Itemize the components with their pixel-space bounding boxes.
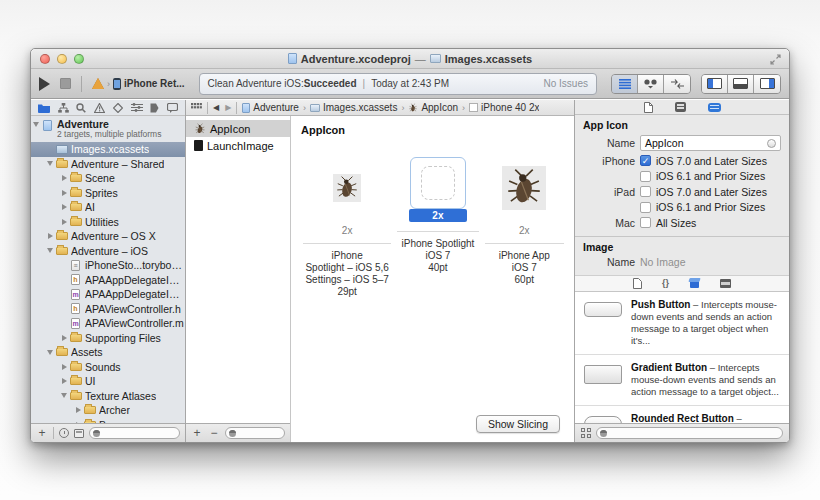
tree-item-assets[interactable]: Assets xyxy=(31,345,185,360)
tree-item-utilities[interactable]: Utilities xyxy=(31,215,185,230)
file-template-icon[interactable] xyxy=(633,278,642,289)
slot-iphone-app-60[interactable]: 2x iPhone App iOS 7 60pt xyxy=(485,154,564,298)
remove-asset-button[interactable]: − xyxy=(208,428,220,438)
breakpoint-navigator-icon[interactable] xyxy=(150,103,159,113)
version-editor-button[interactable] xyxy=(664,75,690,93)
project-row[interactable]: Adventure 2 targets, multiple platforms xyxy=(31,118,185,142)
launchimage-icon xyxy=(194,140,203,151)
folder-icon xyxy=(56,247,68,255)
debug-area-toggle-button[interactable] xyxy=(728,75,754,93)
folder-icon xyxy=(84,421,96,423)
tree-item-adventure-ios[interactable]: Adventure – iOS xyxy=(31,244,185,259)
status-issues: No Issues xyxy=(544,78,588,89)
field-action-icon[interactable] xyxy=(767,139,776,148)
attributes-inspector-icon[interactable] xyxy=(708,103,721,112)
appicon-name-field[interactable]: AppIcon xyxy=(640,135,781,151)
checkbox[interactable] xyxy=(640,171,651,182)
toolbar: › iPhone Ret... Clean Adventure iOS: Suc… xyxy=(31,69,789,99)
tree-item-texture-atlases[interactable]: Texture Atlases xyxy=(31,389,185,404)
debug-navigator-icon[interactable] xyxy=(131,103,143,112)
breadcrumb-project[interactable]: Adventure xyxy=(242,102,299,113)
show-slicing-button[interactable]: Show Slicing xyxy=(476,415,560,433)
object-library-icon[interactable] xyxy=(689,278,700,289)
tree-item-appdelegate-h[interactable]: h APAAppDelegateIOS.h xyxy=(31,273,185,288)
tree-item-viewcontroller-h[interactable]: h APAViewController.h xyxy=(31,302,185,317)
traffic-lights xyxy=(40,54,84,64)
run-button[interactable] xyxy=(39,77,50,91)
checkbox[interactable] xyxy=(640,217,651,228)
tree-item-storyboard[interactable]: ≡ iPhoneSto...toryboard xyxy=(31,258,185,273)
checkbox-checked[interactable]: ✓ xyxy=(640,155,651,166)
tree-item-ai[interactable]: AI xyxy=(31,200,185,215)
tree-item-appdelegate-m[interactable]: m APAAppDelegateIOS.m xyxy=(31,287,185,302)
add-button[interactable]: + xyxy=(36,428,48,438)
add-asset-button[interactable]: + xyxy=(191,428,203,438)
library-view-mode-icon[interactable] xyxy=(581,428,591,438)
minimize-icon[interactable] xyxy=(57,54,67,64)
tree-item-adventure-osx[interactable]: Adventure – OS X xyxy=(31,229,185,244)
slot-iphone-spotlight-29[interactable]: 2x iPhone Spotlight – iOS 5,6 Settings –… xyxy=(303,154,391,298)
project-navigator-tree: Adventure 2 targets, multiple platforms … xyxy=(31,116,185,423)
forward-button[interactable]: ▶ xyxy=(225,103,231,112)
media-library-icon[interactable] xyxy=(720,279,731,288)
folder-icon xyxy=(70,363,82,371)
recent-files-icon[interactable] xyxy=(59,428,69,438)
tree-item-supporting-files[interactable]: Supporting Files xyxy=(31,331,185,346)
test-navigator-icon[interactable] xyxy=(113,103,123,113)
breadcrumb-slot[interactable]: iPhone 40 2x xyxy=(469,102,539,113)
library-filter-field[interactable] xyxy=(596,427,783,439)
breadcrumb-xcassets[interactable]: Images.xcassets xyxy=(310,102,397,113)
assistant-editor-button[interactable] xyxy=(638,75,664,93)
checkbox[interactable] xyxy=(640,202,651,213)
library-item-gradient-button[interactable]: Gradient Button – Intercepts mouse-down … xyxy=(575,355,789,406)
project-subtitle: 2 targets, multiple platforms xyxy=(57,129,161,139)
utilities-pane-icon xyxy=(760,78,775,89)
name-label: Name xyxy=(583,137,635,149)
file-inspector-icon[interactable] xyxy=(644,102,653,113)
library-item-rounded-rect-button[interactable]: Rounded Rect Button – Intercepts mouse-d… xyxy=(575,406,789,424)
issue-navigator-icon[interactable] xyxy=(94,103,105,113)
folder-icon xyxy=(56,348,68,356)
xcassets-file-icon xyxy=(430,54,441,63)
utilities-toggle-button[interactable] xyxy=(754,75,780,93)
tree-item-viewcontroller-m[interactable]: m APAViewController.m xyxy=(31,316,185,331)
breadcrumb-appicon[interactable]: AppIcon xyxy=(408,102,458,113)
quick-help-icon[interactable] xyxy=(675,102,686,112)
zoom-icon[interactable] xyxy=(74,54,84,64)
code-snippet-icon[interactable]: {} xyxy=(662,278,669,288)
tree-item-sounds[interactable]: Sounds xyxy=(31,360,185,375)
checkbox[interactable] xyxy=(640,186,651,197)
slot-iphone-spotlight-40[interactable]: 2x iPhone Spotlight iOS 7 40pt xyxy=(397,154,478,298)
tree-item-archer[interactable]: Archer xyxy=(31,403,185,418)
tree-item-images-xcassets[interactable]: Images.xcassets xyxy=(31,142,185,157)
fullscreen-icon[interactable] xyxy=(770,54,781,65)
source-control-status-icon[interactable] xyxy=(74,429,84,438)
log-navigator-icon[interactable] xyxy=(167,103,178,113)
back-button[interactable]: ◀ xyxy=(213,103,219,112)
empty-image-well[interactable] xyxy=(410,157,466,209)
title-bar[interactable]: Adventure.xcodeproj — Images.xcassets xyxy=(31,49,789,69)
asset-row-launchimage[interactable]: LaunchImage xyxy=(186,137,290,154)
inspector-tab-bar xyxy=(575,100,789,115)
close-icon[interactable] xyxy=(40,54,50,64)
symbol-navigator-icon[interactable] xyxy=(58,103,69,113)
library-item-push-button[interactable]: Push Button – Intercepts mouse-down even… xyxy=(575,292,789,355)
scheme-selector[interactable]: › iPhone Ret... xyxy=(92,78,185,90)
related-items-icon[interactable] xyxy=(191,103,202,112)
asset-row-appicon[interactable]: AppIcon xyxy=(186,120,290,137)
navigator-filter-field[interactable] xyxy=(89,427,180,439)
stop-button[interactable] xyxy=(60,78,71,89)
tree-item-scene[interactable]: Scene xyxy=(31,171,185,186)
navigator-toggle-button[interactable] xyxy=(702,75,728,93)
checkbox-row-ipad-ios7: iPad iOS 7.0 and Later Sizes xyxy=(583,186,781,198)
status-action: Clean Adventure iOS: xyxy=(208,78,304,89)
project-navigator-icon[interactable] xyxy=(38,103,50,113)
standard-editor-button[interactable] xyxy=(612,75,638,93)
debug-pane-icon xyxy=(733,78,748,89)
utilities-panel: App Icon Name AppIcon iPhone ✓ iOS 7.0 a… xyxy=(574,100,789,442)
tree-item-ui[interactable]: UI xyxy=(31,374,185,389)
tree-item-adventure-shared[interactable]: Adventure – Shared xyxy=(31,157,185,172)
tree-item-sprites[interactable]: Sprites xyxy=(31,186,185,201)
search-navigator-icon[interactable] xyxy=(76,103,86,113)
asset-filter-field[interactable] xyxy=(225,427,285,439)
